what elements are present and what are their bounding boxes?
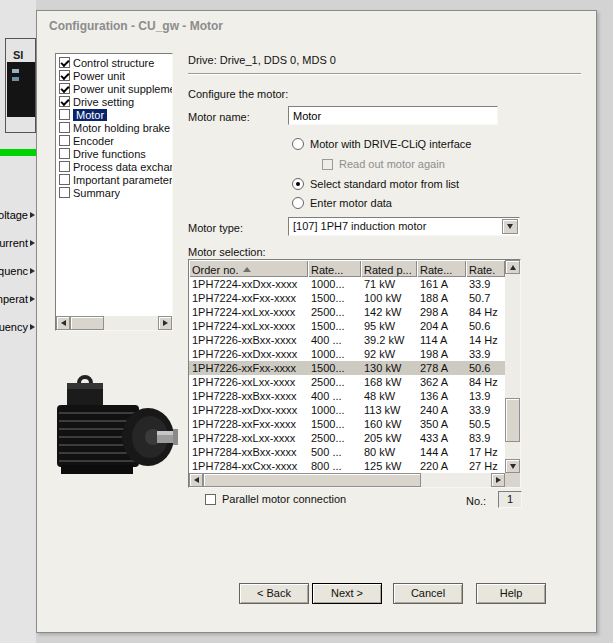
cell-order-no: 1PH7284-xxCxx-xxxx xyxy=(189,459,308,473)
scroll-left-icon xyxy=(194,477,199,483)
back-button[interactable]: < Back xyxy=(239,583,309,604)
cell-rated-speed: 1000... xyxy=(308,347,361,361)
wizard-step[interactable]: Encoder xyxy=(56,134,172,147)
cell-order-no: 1PH7228-xxDxx-xxxx xyxy=(189,403,308,417)
cell-rated-power: 205 kW xyxy=(361,431,417,445)
table-row[interactable]: 1PH7224-xxFxx-xxxx 1500... 100 kW 188 A … xyxy=(189,291,505,305)
cell-rated-power: 113 kW xyxy=(361,403,417,417)
radio-drive-cliq[interactable]: Motor with DRIVE-CLiQ interface xyxy=(292,138,471,150)
column-header-rated-power[interactable]: Rated p... xyxy=(361,260,417,277)
wizard-step[interactable]: Important parameters xyxy=(56,173,172,186)
scroll-right-button[interactable] xyxy=(491,473,505,487)
cell-rated-current: 350 A xyxy=(417,417,466,431)
table-horizontal-scrollbar[interactable] xyxy=(189,473,505,487)
wizard-step[interactable]: Motor xyxy=(56,108,172,121)
wizard-step[interactable]: Drive setting xyxy=(56,95,172,108)
cell-rated-freq: 84 Hz xyxy=(466,305,505,319)
cell-rated-power: 71 kW xyxy=(361,277,417,291)
scrollbar-corner xyxy=(505,473,520,487)
cell-rated-current: 188 A xyxy=(417,291,466,305)
cell-rated-current: 204 A xyxy=(417,319,466,333)
dropdown-button[interactable] xyxy=(502,219,518,234)
column-header-rated-current[interactable]: Rate... xyxy=(417,260,466,277)
table-row[interactable]: 1PH7226-xxLxx-xxxx 2500... 168 kW 362 A … xyxy=(189,375,505,389)
wizard-step[interactable]: Summary xyxy=(56,186,172,199)
column-header-order-no[interactable]: Order no. xyxy=(189,260,308,277)
arrow-right-icon xyxy=(30,296,35,302)
motor-name-input[interactable] xyxy=(288,106,498,125)
wizard-step[interactable]: Drive functions xyxy=(56,147,172,160)
configure-label: Configure the motor: xyxy=(188,88,288,100)
step-checkbox-icon xyxy=(59,187,70,198)
no-field[interactable]: 1 xyxy=(498,491,522,508)
help-button[interactable]: Help xyxy=(476,583,546,604)
cell-rated-freq: 50.6 xyxy=(466,319,505,333)
cell-rated-power: 100 kW xyxy=(361,291,417,305)
table-row[interactable]: 1PH7224-xxLxx-xxxx 2500... 142 kW 298 A … xyxy=(189,305,505,319)
scroll-left-button[interactable] xyxy=(56,316,70,330)
step-checkbox-icon xyxy=(59,135,70,146)
cell-rated-freq: 84 Hz xyxy=(466,375,505,389)
checkbox-read-out-motor[interactable]: Read out motor again xyxy=(322,158,445,170)
background-window: SI voltage current frequenc temperat que… xyxy=(0,0,36,643)
cell-rated-power: 39.2 kW xyxy=(361,333,417,347)
table-row[interactable]: 1PH7228-xxLxx-xxxx 2500... 205 kW 433 A … xyxy=(189,431,505,445)
scroll-down-button[interactable] xyxy=(505,459,520,473)
cell-rated-current: 278 A xyxy=(417,361,466,375)
table-row[interactable]: 1PH7226-xxDxx-xxxx 1000... 92 kW 198 A 3… xyxy=(189,347,505,361)
table-row[interactable]: 1PH7284-xxBxx-xxxx 500 ... 80 kW 144 A 1… xyxy=(189,445,505,459)
table-row[interactable]: 1PH7224-xxLxx-xxxx 1500... 95 kW 204 A 5… xyxy=(189,319,505,333)
cell-rated-freq: 50.6 xyxy=(466,361,505,375)
checkbox-label: Parallel motor connection xyxy=(222,493,346,505)
table-row[interactable]: 1PH7226-xxFxx-xxxx 1500... 130 kW 278 A … xyxy=(189,361,505,375)
wizard-step[interactable]: Power unit supplement xyxy=(56,82,172,95)
cell-rated-power: 130 kW xyxy=(361,361,417,375)
motor-type-dropdown[interactable]: [107] 1PH7 induction motor xyxy=(288,217,520,236)
cell-rated-speed: 1500... xyxy=(308,319,361,333)
cell-order-no: 1PH7226-xxBxx-xxxx xyxy=(189,333,308,347)
next-button[interactable]: Next > xyxy=(312,583,382,604)
motor-type-label: Motor type: xyxy=(188,222,243,234)
table-row[interactable]: 1PH7228-xxDxx-xxxx 1000... 113 kW 240 A … xyxy=(189,403,505,417)
scroll-up-button[interactable] xyxy=(505,260,520,274)
scroll-left-button[interactable] xyxy=(189,473,203,487)
table-row[interactable]: 1PH7228-xxFxx-xxxx 1500... 160 kW 350 A … xyxy=(189,417,505,431)
wizard-step[interactable]: Process data exchange xyxy=(56,160,172,173)
radio-standard-motor[interactable]: Select standard motor from list xyxy=(292,178,459,190)
table-row[interactable]: 1PH7224-xxDxx-xxxx 1000... 71 kW 161 A 3… xyxy=(189,277,505,291)
cell-order-no: 1PH7228-xxLxx-xxxx xyxy=(189,431,308,445)
scrollbar-thumb[interactable] xyxy=(505,398,520,442)
column-header-rated-speed[interactable]: Rate... xyxy=(308,260,361,277)
cell-rated-freq: 14 Hz xyxy=(466,333,505,347)
cell-rated-speed: 800 ... xyxy=(308,459,361,473)
cell-rated-speed: 400 ... xyxy=(308,389,361,403)
column-header-rated-freq[interactable]: Rate. xyxy=(466,260,505,277)
wizard-step[interactable]: Motor holding brake xyxy=(56,121,172,134)
step-checkbox-icon xyxy=(59,161,70,172)
scrollbar-thumb[interactable] xyxy=(203,473,421,487)
scrollbar-thumb[interactable] xyxy=(70,316,104,330)
cancel-button[interactable]: Cancel xyxy=(393,583,463,604)
table-row[interactable]: 1PH7284-xxCxx-xxxx 800 ... 125 kW 220 A … xyxy=(189,459,505,473)
step-checkbox-icon xyxy=(59,148,70,159)
status-bar-green xyxy=(0,149,36,156)
wizard-steps-list[interactable]: Control structure Power unit Power unit … xyxy=(55,53,173,331)
radio-enter-motor-data[interactable]: Enter motor data xyxy=(292,197,392,209)
dialog-title[interactable]: Configuration - CU_gw - Motor xyxy=(49,19,223,33)
cell-order-no: 1PH7224-xxDxx-xxxx xyxy=(189,277,308,291)
cell-rated-freq: 33.9 xyxy=(466,347,505,361)
cell-rated-current: 298 A xyxy=(417,305,466,319)
checkbox-parallel-motor[interactable]: Parallel motor connection xyxy=(205,493,346,505)
step-checkbox-icon xyxy=(59,109,70,120)
cell-rated-power: 160 kW xyxy=(361,417,417,431)
table-vertical-scrollbar[interactable] xyxy=(505,260,520,473)
radio-label: Enter motor data xyxy=(310,197,392,209)
scroll-right-button[interactable] xyxy=(158,316,172,330)
steps-horizontal-scrollbar[interactable] xyxy=(56,316,172,330)
table-row[interactable]: 1PH7228-xxBxx-xxxx 400 ... 48 kW 136 A 1… xyxy=(189,389,505,403)
wizard-step[interactable]: Power unit xyxy=(56,69,172,82)
table-row[interactable]: 1PH7226-xxBxx-xxxx 400 ... 39.2 kW 114 A… xyxy=(189,333,505,347)
motor-selection-table[interactable]: Order no. Rate... Rated p... Rate... Rat… xyxy=(188,259,521,488)
cell-rated-current: 114 A xyxy=(417,333,466,347)
wizard-step[interactable]: Control structure xyxy=(56,56,172,69)
